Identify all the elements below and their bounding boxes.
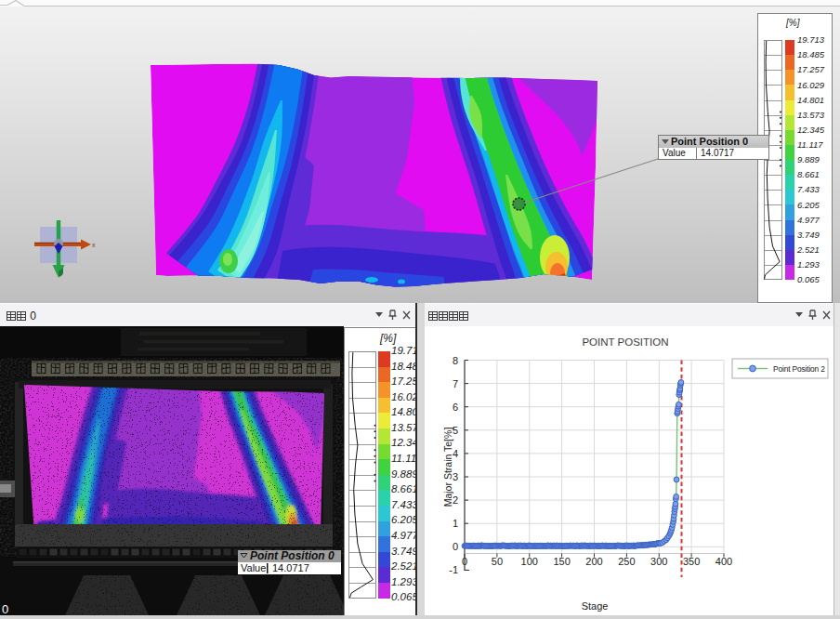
svg-text:POINT POSITION: POINT POSITION [582, 336, 668, 348]
svg-text:7: 7 [453, 378, 458, 389]
svg-text:300: 300 [650, 556, 667, 567]
svg-text:250: 250 [618, 556, 635, 567]
svg-text:1: 1 [453, 518, 458, 529]
svg-text:Point Position 0: Point Position 0 [250, 549, 335, 562]
svg-text:-1: -1 [449, 564, 458, 575]
svg-text:Stage: Stage [582, 600, 609, 612]
svg-text:14.0717: 14.0717 [272, 562, 309, 573]
svg-text:Point Position 2: Point Position 2 [773, 364, 825, 374]
svg-text:400: 400 [715, 556, 732, 567]
svg-text:6: 6 [453, 402, 458, 413]
svg-text:350: 350 [683, 556, 700, 567]
svg-text:0: 0 [453, 541, 458, 552]
svg-text:8: 8 [453, 355, 458, 366]
svg-text:Value: Value [241, 562, 266, 573]
svg-text:100: 100 [521, 556, 538, 567]
svg-text:0: 0 [462, 556, 467, 567]
svg-text:150: 150 [553, 556, 570, 567]
svg-text:x: x [92, 242, 96, 248]
svg-text:0: 0 [2, 602, 8, 615]
svg-text:200: 200 [585, 556, 602, 567]
svg-text:Major Strain Te[%]: Major Strain Te[%] [442, 428, 453, 507]
svg-text:50: 50 [492, 556, 503, 567]
